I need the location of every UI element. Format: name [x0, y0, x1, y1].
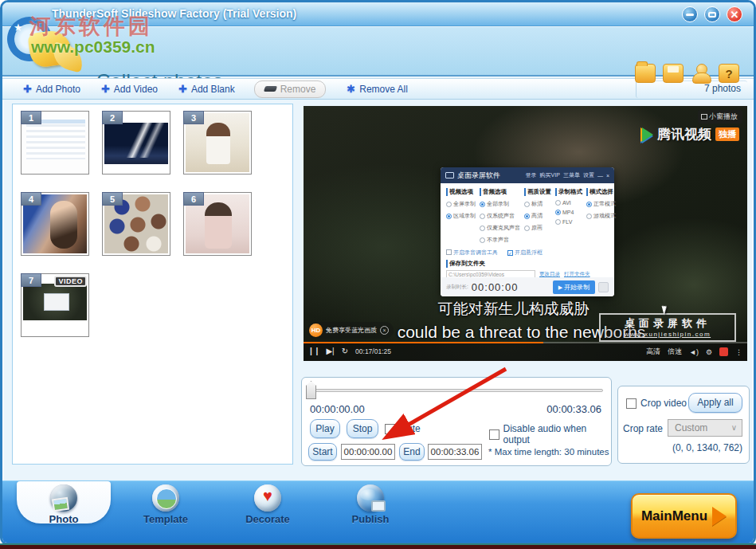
crop-video-label: Crop video	[640, 398, 687, 409]
app-window: ThunderSoft Slideshow Factory (Trial Ver…	[0, 0, 756, 545]
mute-checkbox[interactable]	[385, 424, 395, 434]
add-blank-button[interactable]: ✚ Add Blank	[178, 83, 235, 95]
radio-icon	[446, 214, 452, 219]
next-icon: ▶|	[326, 347, 334, 355]
stop-button[interactable]: Stop	[347, 419, 378, 438]
total-time: 00:00:33.06	[546, 403, 601, 415]
ad-badge: HD 免费享受蓝光画质 ×	[307, 322, 394, 339]
thumb-number-badge: 6	[183, 192, 204, 206]
save-project-icon[interactable]	[663, 64, 684, 83]
tab-decorate[interactable]: Decorate	[224, 484, 311, 525]
minimize-icon	[686, 14, 694, 16]
add-video-button[interactable]: ✚ Add Video	[101, 83, 158, 95]
publish-globe-icon	[357, 484, 384, 512]
disable-audio-label: Disable audio when output	[503, 423, 611, 445]
radio-icon	[555, 210, 561, 215]
duration-label: 录制时长:	[446, 284, 468, 291]
duration-value: 00:00:00	[472, 281, 519, 293]
settings-gear-icon: ⚙	[706, 348, 712, 356]
radio-icon	[555, 200, 561, 206]
thumbnail-3[interactable]: 3	[183, 111, 252, 175]
end-time-field[interactable]: 00:00:33.06	[428, 444, 482, 460]
main-menu-button[interactable]: MainMenu	[631, 493, 737, 539]
thumbnail-4[interactable]: 4	[21, 192, 89, 256]
radio-icon	[586, 202, 592, 207]
help-icon[interactable]: ?	[719, 64, 739, 83]
speed-label: 倍速	[668, 347, 682, 357]
thumbnail-5[interactable]: 5	[102, 192, 170, 256]
remove-label: Remove	[280, 84, 316, 95]
playback-controls-panel: 00:00:00.00 00:00:33.06 Play Stop Mute D…	[301, 377, 612, 466]
disable-audio-checkbox[interactable]	[489, 429, 499, 440]
video-badge: VIDEO	[54, 276, 87, 287]
start-time-field[interactable]: 00:00:00.00	[341, 444, 395, 460]
thumb-number-badge: 7	[21, 273, 41, 287]
remove-button: Remove	[254, 80, 327, 98]
decorate-heart-icon	[254, 484, 281, 512]
pause-icon: | |	[310, 347, 319, 355]
checkbox-checked-icon: ✓	[507, 250, 513, 256]
tab-publish[interactable]: Publish	[327, 484, 414, 525]
watermark-site-name: 河东软件园	[29, 12, 153, 41]
video-player-bar: | | ▶| ↻ 00:17/01:25 高清 倍速 ◄) ⚙ ⋮	[304, 343, 747, 361]
seek-slider-thumb[interactable]	[306, 381, 316, 399]
play-logo-icon	[642, 127, 653, 142]
start-button[interactable]: Start	[308, 443, 337, 461]
radio-icon	[446, 202, 452, 207]
thumb-number-badge: 5	[102, 192, 123, 206]
bottom-navbar: Photo Template Decorate Publish MainMenu	[2, 480, 754, 545]
current-time: 00:00:00.00	[310, 403, 365, 415]
ad-close-icon: ×	[380, 326, 389, 335]
crop-video-row: Crop video	[626, 398, 687, 409]
recorder-dialog-titlebar: 桌面录屏软件 登录 购买VIP 三菜单 设置 — ×	[441, 167, 614, 183]
tab-template[interactable]: Template	[122, 484, 210, 525]
add-photo-label: Add Photo	[36, 84, 80, 95]
tab-photo[interactable]: Photo	[20, 484, 108, 525]
crop-panel: Crop video Apply all Crop rate Custom ∨ …	[617, 386, 750, 464]
thumbnail-1[interactable]: 1	[21, 111, 89, 175]
remove-all-button[interactable]: ✱ Remove All	[347, 83, 408, 95]
mute-label: Mute	[399, 423, 421, 434]
thumbnail-7-video[interactable]: 7 VIDEO	[21, 273, 89, 337]
video-preview[interactable]: 小窗播放 腾讯视频 独播 桌面录屏软件 登录 购买VIP 三菜单 设置 — × …	[304, 106, 747, 361]
quality-column: 画质设置 标清 高清 原画	[524, 188, 551, 248]
add-icon: ✚	[101, 83, 110, 95]
photo-icon	[50, 484, 77, 512]
remove-all-label: Remove All	[359, 84, 408, 95]
add-photo-button[interactable]: ✚ Add Photo	[23, 83, 80, 95]
exclusive-badge: 独播	[715, 127, 739, 141]
audio-options-column: 音频选项 全部录制 仅系统声音 仅麦克风声音 不录声音	[480, 188, 520, 248]
user-icon[interactable]	[691, 64, 711, 83]
save-folder-header: 保存到文件夹	[446, 260, 609, 268]
photo-count: 7 photos	[704, 83, 741, 94]
apply-all-button[interactable]: Apply all	[688, 393, 742, 413]
minimize-button[interactable]	[682, 6, 698, 22]
crop-video-checkbox[interactable]	[626, 398, 637, 409]
thumb-number-badge: 2	[102, 111, 123, 124]
radio-icon	[524, 214, 530, 219]
close-button[interactable]: ✕	[727, 6, 742, 22]
tuner-checkbox-row: 开启录音调音工具	[446, 249, 498, 257]
end-button[interactable]: End	[399, 443, 425, 461]
video-options-column: 视频选项 全屏录制 区域录制	[446, 188, 476, 248]
video-progress-bar	[304, 342, 747, 343]
quality-label: 高清	[646, 347, 660, 357]
logo-star-icon: ★	[14, 22, 23, 33]
radio-icon	[555, 219, 561, 225]
thumb-number-badge: 3	[183, 111, 204, 124]
video-watermark-box: 桌面录屏软件 www.xunjieshipin.com	[599, 313, 736, 342]
restore-button[interactable]	[704, 6, 720, 22]
thumbnail-2[interactable]: 2	[102, 111, 170, 175]
mode-column: 模式选择 正常模式 游戏模式	[586, 188, 616, 248]
play-button[interactable]: Play	[310, 419, 340, 438]
disable-audio-row: Disable audio when output	[489, 423, 611, 445]
hd-icon: HD	[309, 324, 323, 337]
radio-icon	[480, 237, 485, 243]
video-time: 00:17/01:25	[355, 347, 391, 355]
checkbox-icon	[446, 249, 452, 255]
thumbnail-6[interactable]: 6	[183, 192, 252, 256]
recorder-dialog: 桌面录屏软件 登录 购买VIP 三菜单 设置 — × 视频选项 全屏录制 区域录…	[441, 167, 614, 296]
eraser-icon	[264, 86, 277, 92]
seek-track[interactable]	[310, 389, 603, 392]
open-project-icon[interactable]	[635, 64, 656, 83]
